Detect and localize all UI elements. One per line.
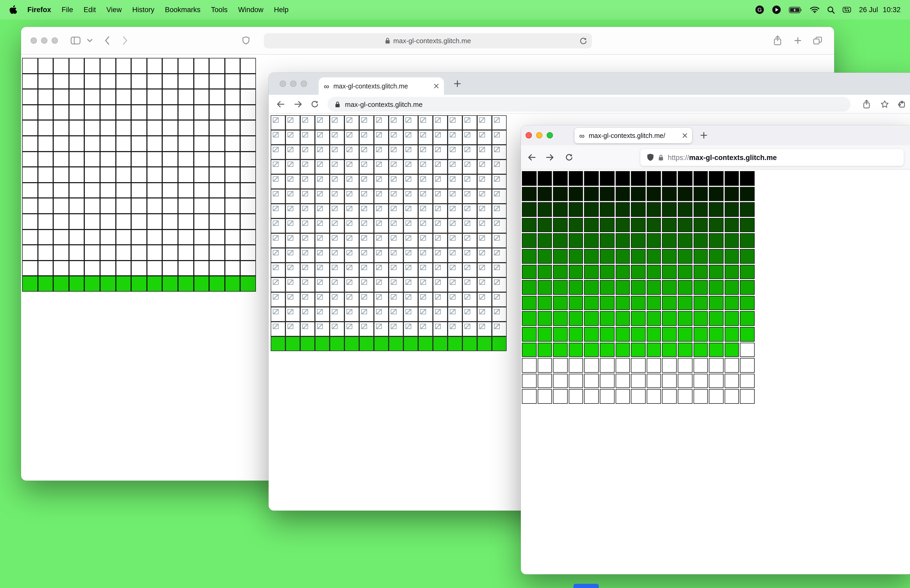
- menu-window[interactable]: Window: [238, 6, 263, 14]
- play-circle-icon[interactable]: [772, 5, 781, 14]
- tab-overview-button[interactable]: [813, 37, 822, 44]
- grid-cell: [22, 105, 38, 120]
- grid-cell: [38, 58, 53, 73]
- menu-file[interactable]: File: [61, 6, 73, 14]
- broken-image-icon: [435, 117, 441, 123]
- tab-max-gl-contexts[interactable]: ∞ max-gl-contexts.glitch.me/: [575, 128, 692, 143]
- firefox-tab-strip: ∞ max-gl-contexts.glitch.me/: [521, 125, 910, 145]
- new-tab-button[interactable]: [454, 80, 461, 87]
- menu-view[interactable]: View: [107, 6, 122, 14]
- broken-image-icon: [273, 309, 279, 314]
- minimize-button[interactable]: [290, 81, 296, 87]
- url-host: max-gl-contexts.glitch.me: [689, 153, 777, 162]
- grid-cell: [131, 229, 147, 245]
- broken-image-icon: [346, 235, 352, 241]
- grid-cell: [553, 171, 567, 186]
- tab-group-dropdown[interactable]: [87, 39, 93, 42]
- broken-image-icon: [391, 324, 396, 329]
- grid-cell: [178, 183, 194, 198]
- apple-menu[interactable]: [10, 5, 17, 14]
- grid-cell: [569, 296, 583, 310]
- tab-max-gl-contexts[interactable]: ∞ max-gl-contexts.glitch.me: [318, 78, 444, 95]
- broken-image-icon: [346, 324, 352, 329]
- dock-app-sliver[interactable]: [574, 584, 599, 588]
- address-bar[interactable]: max-gl-contexts.glitch.me: [328, 97, 850, 111]
- grid-cell: [462, 307, 477, 321]
- grid-cell: [271, 115, 285, 130]
- tab-close-button[interactable]: [682, 133, 687, 138]
- close-button[interactable]: [31, 37, 37, 44]
- new-tab-button[interactable]: [794, 37, 802, 44]
- grid-cell: [569, 358, 583, 372]
- grid-cell: [631, 202, 645, 216]
- battery-icon[interactable]: [789, 6, 802, 13]
- grid-cell: [477, 336, 492, 351]
- grid-cell: [662, 373, 677, 388]
- new-tab-button[interactable]: [700, 132, 707, 139]
- forward-button[interactable]: [122, 36, 128, 45]
- wifi-icon[interactable]: [810, 6, 819, 13]
- grid-cell: [271, 160, 285, 174]
- grid-cell: [709, 327, 723, 341]
- grid-cell: [116, 136, 131, 151]
- broken-image-icon: [317, 250, 323, 255]
- tab-close-button[interactable]: [434, 84, 439, 89]
- reload-button[interactable]: [311, 100, 318, 108]
- app-menu-firefox[interactable]: Firefox: [27, 6, 51, 14]
- menu-bookmarks[interactable]: Bookmarks: [165, 6, 200, 14]
- grid-cell: [631, 249, 645, 263]
- spotlight-icon[interactable]: [827, 6, 835, 13]
- grid-cell: [359, 189, 374, 204]
- menu-edit[interactable]: Edit: [84, 6, 96, 14]
- grid-cell: [537, 296, 552, 310]
- back-button[interactable]: [276, 100, 285, 108]
- grid-cell: [569, 218, 583, 233]
- minimize-button[interactable]: [41, 37, 47, 44]
- menu-history[interactable]: History: [132, 6, 154, 14]
- sidebar-toggle-button[interactable]: [71, 37, 81, 44]
- share-button[interactable]: [863, 99, 871, 109]
- bookmark-button[interactable]: [881, 100, 889, 108]
- back-button[interactable]: [104, 36, 110, 45]
- grid-cell: [147, 183, 162, 198]
- minimize-button[interactable]: [536, 132, 542, 139]
- menubar-clock[interactable]: 26 Jul 10:32: [859, 6, 900, 14]
- extensions-button[interactable]: [897, 100, 906, 108]
- broken-image-icon: [302, 191, 308, 196]
- address-bar[interactable]: max-gl-contexts.glitch.me: [264, 33, 592, 48]
- grid-cell: [285, 115, 300, 130]
- grid-cell: [537, 358, 552, 372]
- close-button[interactable]: [280, 81, 286, 87]
- broken-image-icon: [494, 176, 500, 182]
- address-bar[interactable]: https://max-gl-contexts.glitch.me: [640, 149, 904, 166]
- tab-overview-icon: [813, 37, 822, 44]
- broken-image-icon: [346, 294, 352, 299]
- control-center-icon[interactable]: [842, 7, 851, 13]
- forward-button[interactable]: [294, 100, 303, 108]
- broken-image-icon: [302, 147, 308, 152]
- zoom-button[interactable]: [301, 81, 307, 87]
- forward-button[interactable]: [546, 153, 554, 161]
- broken-image-icon: [302, 324, 308, 329]
- menu-help[interactable]: Help: [274, 6, 289, 14]
- reload-button[interactable]: [565, 153, 573, 161]
- grammarly-icon[interactable]: G: [755, 5, 764, 14]
- grid-cell: [678, 249, 692, 263]
- grid-cell: [584, 358, 599, 372]
- reload-button[interactable]: [579, 37, 587, 45]
- back-button[interactable]: [527, 153, 536, 161]
- grid-cell: [433, 278, 448, 292]
- menu-tools[interactable]: Tools: [211, 6, 228, 14]
- share-button[interactable]: [773, 35, 782, 46]
- grid-cell: [600, 233, 614, 248]
- grid-cell: [662, 342, 677, 357]
- privacy-report-button[interactable]: [242, 36, 250, 45]
- grid-cell: [241, 260, 256, 276]
- zoom-button[interactable]: [52, 37, 58, 44]
- broken-image-icon: [317, 221, 323, 226]
- grid-cell: [22, 276, 38, 292]
- zoom-button[interactable]: [546, 132, 553, 139]
- close-button[interactable]: [525, 132, 532, 139]
- grid-cell: [492, 336, 507, 351]
- grid-cell: [631, 187, 645, 201]
